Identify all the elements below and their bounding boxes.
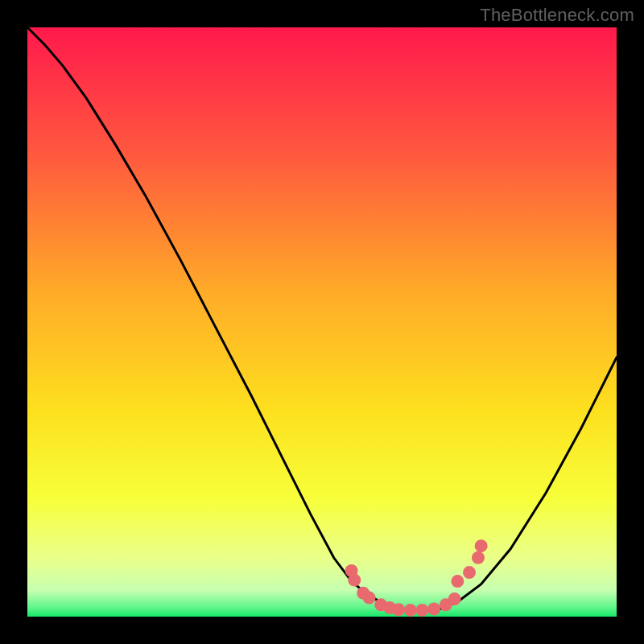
data-dot: [451, 575, 464, 588]
gradient-background: [27, 27, 617, 617]
plot-svg: [27, 27, 617, 617]
data-dot: [475, 539, 488, 552]
data-dot: [472, 551, 485, 564]
plot-area: [27, 27, 617, 617]
chart-frame: TheBottleneck.com: [0, 0, 644, 644]
data-dot: [427, 602, 440, 615]
data-dot: [404, 604, 417, 617]
data-dot: [363, 592, 376, 605]
data-dot: [392, 603, 405, 616]
data-dot: [463, 566, 476, 579]
data-dot: [415, 604, 428, 617]
data-dot: [448, 592, 461, 605]
data-dot: [348, 574, 361, 587]
attribution-text: TheBottleneck.com: [480, 5, 634, 26]
